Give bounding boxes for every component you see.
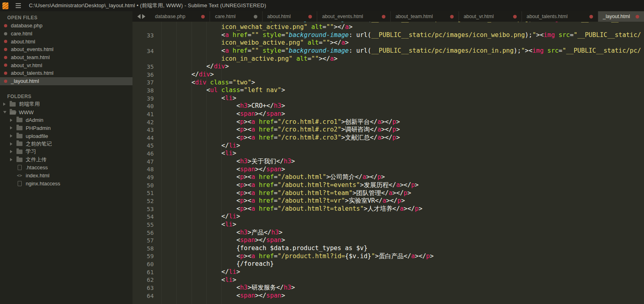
code-row[interactable]: icon_in_active.png" alt=""></a> bbox=[132, 55, 644, 63]
tab-database-php[interactable]: database.php bbox=[150, 11, 210, 22]
tree-folder-item[interactable]: dAdmin bbox=[0, 116, 132, 124]
tree-file-item[interactable]: .htaccess bbox=[0, 164, 132, 172]
code-row[interactable]: 61 </li> bbox=[132, 268, 644, 276]
line-number[interactable]: 63 bbox=[132, 285, 161, 291]
code-row[interactable]: icon_wechat_active.png" alt=""></a> bbox=[132, 23, 644, 31]
open-file-item[interactable]: care.html bbox=[0, 30, 132, 38]
line-number[interactable]: 60 bbox=[132, 261, 161, 267]
open-file-item[interactable]: _layout.html bbox=[0, 77, 132, 85]
code-row[interactable]: 38 <ul class="left nav"> bbox=[132, 86, 644, 94]
line-number[interactable]: 51 bbox=[132, 190, 161, 196]
disclosure-triangle-icon[interactable] bbox=[10, 150, 16, 153]
line-number[interactable]: 39 bbox=[132, 95, 161, 102]
line-number[interactable]: 62 bbox=[132, 277, 161, 283]
tree-file-item[interactable]: <>index.html bbox=[0, 172, 132, 180]
code-row[interactable]: 46 <li> bbox=[132, 150, 644, 158]
code-area[interactable]: 32 <a href="" style="background-image: u… bbox=[132, 22, 644, 304]
code-row[interactable]: 56 <h3>产品</h3> bbox=[132, 229, 644, 237]
line-number[interactable]: 58 bbox=[132, 245, 161, 252]
line-number[interactable]: 37 bbox=[132, 79, 161, 86]
line-number[interactable]: 33 bbox=[132, 32, 161, 39]
code-row[interactable]: 59 <p><a href="/product.html?id={$v.id}"… bbox=[132, 253, 644, 261]
line-number[interactable]: 54 bbox=[132, 214, 161, 220]
line-number[interactable]: 38 bbox=[132, 87, 161, 94]
line-number[interactable]: 61 bbox=[132, 269, 161, 275]
tab-about-html[interactable]: about.html bbox=[263, 11, 318, 22]
disclosure-triangle-icon[interactable] bbox=[10, 119, 16, 122]
code-row[interactable]: 44 <p><a href="/cro.html#.cro3">文献汇总</a>… bbox=[132, 134, 644, 142]
code-row[interactable]: 42 <p><a href="/cro.html#.cro1">创新平台</a>… bbox=[132, 118, 644, 126]
line-number[interactable]: 44 bbox=[132, 135, 161, 141]
code-row[interactable]: 35 </div> bbox=[132, 63, 644, 71]
line-number[interactable]: 47 bbox=[132, 158, 161, 165]
tree-folder-item[interactable]: 文件上传 bbox=[0, 156, 132, 164]
code-row[interactable]: 52 <p><a href="/about.html?t=vr">实验室VR</… bbox=[132, 197, 644, 205]
tab-about_events-html[interactable]: about_events.html bbox=[317, 11, 391, 22]
tab-care-html[interactable]: care.html bbox=[210, 11, 262, 22]
code-row[interactable]: 60 {/foreach} bbox=[132, 260, 644, 268]
code-row[interactable]: 33 <a href="" style="background-image: u… bbox=[132, 31, 644, 39]
line-number[interactable]: 32 bbox=[132, 22, 161, 23]
disclosure-triangle-icon[interactable] bbox=[10, 158, 16, 161]
code-row[interactable]: 49 <p><a href="/about.html">公司简介</a></p> bbox=[132, 173, 644, 181]
open-file-item[interactable]: about_talents.html bbox=[0, 69, 132, 77]
line-number[interactable]: 56 bbox=[132, 230, 161, 236]
code-row[interactable]: 43 <p><a href="/cro.html#.cro2">调研咨询</a>… bbox=[132, 126, 644, 134]
disclosure-triangle-icon[interactable] bbox=[10, 126, 16, 129]
code-row[interactable]: 48 <span></span> bbox=[132, 166, 644, 174]
code-row[interactable]: 45 </li> bbox=[132, 142, 644, 150]
line-number[interactable]: 35 bbox=[132, 64, 161, 70]
disclosure-triangle-icon[interactable] bbox=[10, 134, 16, 138]
tree-folder-item[interactable]: PHPadmin bbox=[0, 124, 132, 132]
disclosure-triangle-icon[interactable] bbox=[10, 142, 16, 146]
code-row[interactable]: 34 <a href="" style="background-image: u… bbox=[132, 47, 644, 55]
tab-about_vr-html[interactable]: about_vr.html bbox=[459, 11, 522, 22]
line-number[interactable]: 64 bbox=[132, 293, 161, 299]
code-row[interactable]: 62 <li> bbox=[132, 276, 644, 284]
open-file-item[interactable]: about.html bbox=[0, 37, 132, 45]
code-row[interactable]: 47 <h3>关于我们</h3> bbox=[132, 158, 644, 166]
tab-_layout-html[interactable]: _layout.html bbox=[598, 11, 644, 22]
code-row[interactable]: 58 {foreach $data.product_types as $v} bbox=[132, 244, 644, 253]
tree-file-item[interactable]: nginx.htaccess bbox=[0, 179, 132, 187]
tree-folder-item[interactable]: WWW bbox=[0, 108, 132, 116]
code-row[interactable]: 55 <li> bbox=[132, 221, 644, 229]
open-file-item[interactable]: about_team.html bbox=[0, 53, 132, 62]
code-row[interactable]: 53 <p><a href="/about.html?t=talents">人才… bbox=[132, 205, 644, 213]
disclosure-triangle-icon[interactable] bbox=[3, 111, 10, 113]
tab-scroll-right-icon[interactable] bbox=[142, 14, 145, 19]
code-row[interactable]: 51 <p><a href="/about.html?t=team">团队管理<… bbox=[132, 189, 644, 197]
line-number[interactable]: 55 bbox=[132, 222, 161, 228]
line-number[interactable]: 50 bbox=[132, 182, 161, 189]
line-number[interactable]: 49 bbox=[132, 174, 161, 181]
tree-folder-item[interactable]: 学习 bbox=[0, 148, 132, 156]
line-number[interactable]: 48 bbox=[132, 166, 161, 173]
open-file-item[interactable]: database.php bbox=[0, 22, 132, 30]
open-file-item[interactable]: about_vr.html bbox=[0, 61, 132, 69]
line-number[interactable]: 53 bbox=[132, 206, 161, 212]
code-row[interactable]: 37 <div class="two"> bbox=[132, 79, 644, 87]
code-row[interactable]: 54 </li> bbox=[132, 213, 644, 221]
line-number[interactable]: 36 bbox=[132, 72, 161, 78]
line-number[interactable]: 41 bbox=[132, 111, 161, 117]
tree-folder-item[interactable]: 之前的笔记 bbox=[0, 140, 132, 148]
tab-about_team-html[interactable]: about_team.html bbox=[391, 11, 459, 22]
tree-folder-item[interactable]: uploadfile bbox=[0, 132, 132, 140]
code-row[interactable]: 63 <h3>研发服务</h3> bbox=[132, 284, 644, 292]
code-row[interactable]: 36 </div> bbox=[132, 71, 644, 79]
line-number[interactable]: 57 bbox=[132, 237, 161, 244]
code-row[interactable]: 50 <p><a href="/about.html?t=events">发展历… bbox=[132, 181, 644, 189]
code-row[interactable]: 57 <span></span> bbox=[132, 236, 644, 244]
code-row[interactable]: icon_weibo_active.png" alt=""></a> bbox=[132, 39, 644, 47]
line-number[interactable]: 34 bbox=[132, 48, 161, 54]
disclosure-triangle-icon[interactable] bbox=[3, 103, 10, 106]
tab-scroll-left-icon[interactable] bbox=[137, 14, 141, 19]
line-number[interactable]: 45 bbox=[132, 142, 161, 149]
line-number[interactable]: 46 bbox=[132, 150, 161, 157]
tree-folder-item[interactable]: 前端常用 bbox=[0, 101, 132, 109]
code-row[interactable]: 39 <li> bbox=[132, 94, 644, 103]
code-row[interactable]: 40 <h3>CRO+</h3> bbox=[132, 102, 644, 110]
code-row[interactable]: 41 <span></span> bbox=[132, 110, 644, 118]
open-file-item[interactable]: about_events.html bbox=[0, 45, 132, 53]
line-number[interactable]: 43 bbox=[132, 127, 161, 133]
